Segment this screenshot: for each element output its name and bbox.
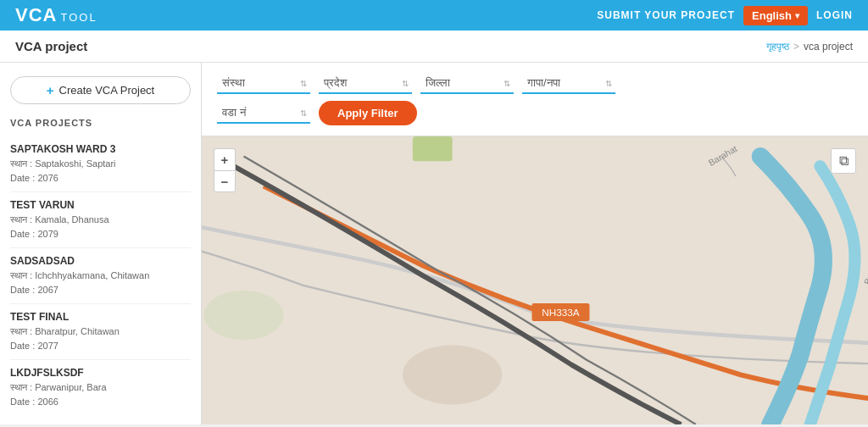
project-list: SAPTAKOSH WARD 3 स्थान : Saptakoshi, Sap… [10,136,191,415]
project-date: Date : 2076 [10,171,191,186]
zoom-out-button[interactable]: − [214,170,236,192]
filter-pradesh-select[interactable]: प्रदेश [319,73,412,94]
project-name: TEST FINAL [10,311,191,323]
layers-icon: ⧉ [839,153,849,169]
project-name: SADSADSAD [10,255,191,267]
page-title: VCA project [15,39,87,53]
create-btn-label: Create VCA Project [59,84,155,97]
project-location: स्थान : Parwanipur, Bara [10,380,191,395]
breadcrumb: गृहपृष्ठ > vca project [766,41,853,53]
filter-sanstha-wrapper: संस्था [217,73,310,94]
filter-bar: संस्थाप्रदेशजिल्लागापा/नपा वडा नं Apply … [202,63,868,136]
list-item[interactable]: SADSADSAD स्थान : Ichchhyakamana, Chitaw… [10,248,191,304]
list-item[interactable]: SAPTAKOSH WARD 3 स्थान : Saptakoshi, Sap… [10,136,191,192]
filter-sanstha-select[interactable]: संस्था [217,73,310,94]
map-area: NH333A Barahat Brook + − [202,136,868,424]
breadcrumb-home[interactable]: गृहपृष्ठ [766,41,789,53]
breadcrumb-separator: > [793,41,799,53]
list-item[interactable]: TEST FINAL स्थान : Bharatpur, Chitawan D… [10,304,191,360]
project-date: Date : 2066 [10,395,191,409]
project-date: Date : 2067 [10,283,191,297]
topnav-right: SUBMIT YOUR PROJECT English ▾ LOGIN [597,6,853,25]
main-layout: + Create VCA Project VCA PROJECTS SAPTAK… [0,63,868,424]
content-area: संस्थाप्रदेशजिल्लागापा/नपा वडा नं Apply … [202,63,868,424]
svg-rect-7 [413,136,453,161]
filter-row-1: संस्थाप्रदेशजिल्लागापा/नपा [217,73,853,94]
logo-tool: TOOL [60,11,97,24]
svg-point-4 [204,291,284,341]
list-item[interactable]: TEST VARUN स्थान : Kamala, Dhanusa Date … [10,192,191,248]
map-svg: NH333A Barahat Brook [202,136,868,424]
filter-wada-select[interactable]: वडा नं [217,103,310,124]
filter-jilla-wrapper: जिल्ला [420,73,514,94]
filter-row-2: वडा नं Apply Filter [217,101,853,125]
project-location: स्थान : Ichchhyakamana, Chitawan [10,269,191,283]
project-date: Date : 2077 [10,339,191,353]
breadcrumb-bar: VCA project गृहपृष्ठ > vca project [0,30,868,63]
svg-point-3 [403,345,502,404]
sidebar-section-title: VCA PROJECTS [10,118,191,128]
language-selector-button[interactable]: English ▾ [743,6,808,25]
filter-gapa-wrapper: गापा/नपा [522,73,615,94]
create-vca-project-button[interactable]: + Create VCA Project [10,76,191,104]
project-location: स्थान : Bharatpur, Chitawan [10,324,191,339]
map-controls: + − [214,148,236,192]
top-navigation: VCA TOOL SUBMIT YOUR PROJECT English ▾ L… [0,0,868,30]
map-layers-button[interactable]: ⧉ [831,148,856,174]
logo-vca: VCA [15,4,57,26]
login-button[interactable]: LOGIN [816,9,853,21]
submit-project-button[interactable]: SUBMIT YOUR PROJECT [597,9,735,21]
list-item[interactable]: LKDJFSLKSDF स्थान : Parwanipur, Bara Dat… [10,360,191,415]
project-location: स्थान : Kamala, Dhanusa [10,213,191,227]
project-name: TEST VARUN [10,199,191,211]
project-date: Date : 2079 [10,227,191,241]
chevron-down-icon: ▾ [795,11,799,20]
plus-icon: + [47,83,54,97]
project-name: SAPTAKOSH WARD 3 [10,143,191,155]
language-label: English [752,9,792,22]
filter-pradesh-wrapper: प्रदेश [319,73,412,94]
logo: VCA TOOL [15,4,97,26]
apply-filter-button[interactable]: Apply Filter [319,101,417,125]
project-location: स्थान : Saptakoshi, Saptari [10,157,191,171]
zoom-in-button[interactable]: + [214,148,236,170]
project-name: LKDJFSLKSDF [10,367,191,379]
filter-jilla-select[interactable]: जिल्ला [420,73,514,94]
breadcrumb-current: vca project [804,41,853,53]
filter-wada-wrapper: वडा नं [217,103,310,124]
sidebar: + Create VCA Project VCA PROJECTS SAPTAK… [0,63,202,424]
filter-gapa-select[interactable]: गापा/नपा [522,73,615,94]
svg-text:NH333A: NH333A [542,307,579,318]
